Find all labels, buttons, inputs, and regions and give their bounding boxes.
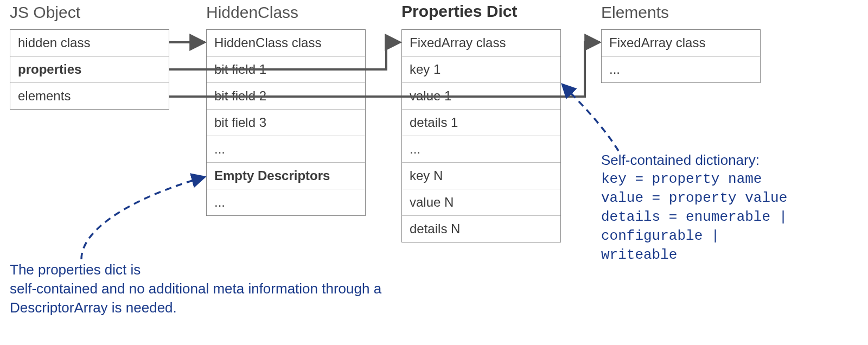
annotation-line: self-contained and no additional meta in… <box>10 279 390 317</box>
table-row: ... <box>602 56 760 82</box>
title-properties-dict: Properties Dict <box>401 2 517 21</box>
title-elements: Elements <box>601 3 669 22</box>
table-row: key N <box>402 163 560 189</box>
dashed-arrow-left <box>81 177 205 259</box>
annotation-right: Self-contained dictionary: key = propert… <box>601 151 867 265</box>
table-row: value 1 <box>402 83 560 110</box>
dashed-arrow-right <box>562 84 618 151</box>
table-row: FixedArray class <box>402 30 560 56</box>
annotation-line: configurable | <box>601 227 867 246</box>
title-hidden-class: HiddenClass <box>206 3 298 22</box>
table-row: hidden class <box>10 30 169 56</box>
table-row: HiddenClass class <box>207 30 365 56</box>
table-row: ... <box>207 136 365 163</box>
elements-box: FixedArray class ... <box>601 29 761 83</box>
annotation-line: value = property value <box>601 189 867 208</box>
table-row: elements <box>10 83 169 109</box>
title-js-object: JS Object <box>10 3 80 22</box>
js-object-box: hidden class properties elements <box>10 29 169 110</box>
table-row: bit field 1 <box>207 56 365 83</box>
properties-dict-box: FixedArray class key 1 value 1 details 1… <box>401 29 561 242</box>
annotation-line: details = enumerable | <box>601 208 867 227</box>
table-row: properties <box>10 56 169 83</box>
annotation-left: The properties dict is self-contained an… <box>10 260 390 317</box>
table-row: details 1 <box>402 110 560 136</box>
table-row: ... <box>207 189 365 215</box>
annotation-line: writeable <box>601 246 867 265</box>
annotation-line: The properties dict is <box>10 260 390 279</box>
table-row: ... <box>402 136 560 163</box>
table-row: key 1 <box>402 56 560 83</box>
hidden-class-box: HiddenClass class bit field 1 bit field … <box>206 29 366 216</box>
table-row: Empty Descriptors <box>207 163 365 189</box>
table-row: details N <box>402 216 560 242</box>
table-row: bit field 3 <box>207 110 365 136</box>
annotation-line: Self-contained dictionary: <box>601 151 867 170</box>
table-row: bit field 2 <box>207 83 365 110</box>
table-row: FixedArray class <box>602 30 760 56</box>
table-row: value N <box>402 189 560 216</box>
annotation-line: key = property name <box>601 170 867 189</box>
